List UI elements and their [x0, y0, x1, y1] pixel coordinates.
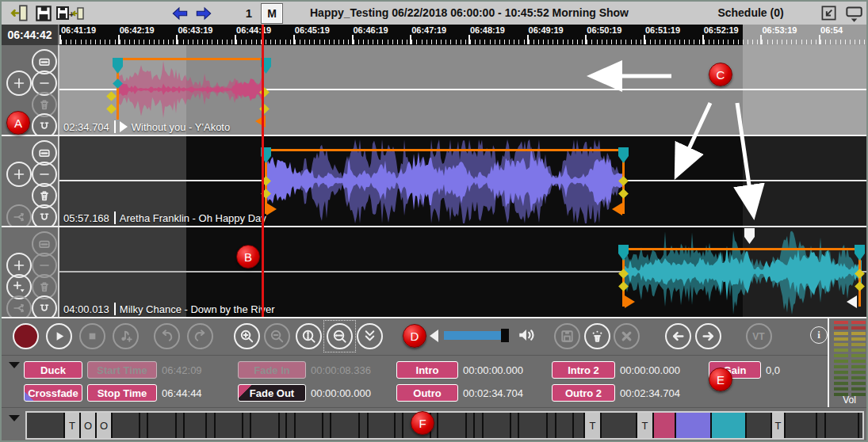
schedule-cell[interactable]: [747, 413, 770, 438]
info-icon[interactable]: i: [810, 326, 828, 344]
schedule-cell[interactable]: [519, 413, 546, 438]
schedule-cell[interactable]: [177, 413, 183, 438]
play-button[interactable]: [46, 323, 72, 349]
track-item-label[interactable]: 02:34.704Without you - Y'Akoto: [63, 120, 230, 133]
track-item-label[interactable]: 05:57.168Aretha Franklin - Oh Happy Day: [63, 211, 266, 224]
volume-handle[interactable]: [501, 329, 509, 342]
schedule-cell[interactable]: [826, 413, 858, 438]
panel-collapse-icon[interactable]: [9, 362, 20, 368]
schedule-cell-T[interactable]: T: [637, 413, 652, 438]
schedule-cell[interactable]: [369, 413, 394, 438]
restore-icon[interactable]: [818, 4, 839, 22]
volume-slider[interactable]: [444, 330, 514, 341]
schedule-cell[interactable]: [574, 413, 583, 438]
timeline-ruler[interactable]: 06:44:42 06:41:1906:42:1906:43:1906:44:1…: [2, 25, 866, 45]
schedule-cell[interactable]: [185, 413, 205, 438]
schedule-cell[interactable]: [323, 413, 330, 438]
item-end-marker[interactable]: [612, 203, 622, 215]
nav-forward-icon[interactable]: [193, 4, 214, 22]
exit-icon[interactable]: [10, 4, 30, 22]
gain-envelope-line[interactable]: [117, 58, 264, 60]
schedule-cell[interactable]: [113, 413, 139, 438]
intro-button[interactable]: Intro: [396, 361, 458, 379]
cancel-button[interactable]: [614, 323, 640, 349]
monitor-toggle-button[interactable]: M: [261, 3, 283, 24]
schedule-cell[interactable]: [602, 413, 636, 438]
item-end-marker[interactable]: [847, 295, 857, 308]
schedule-cell[interactable]: [511, 413, 518, 438]
schedule-cell[interactable]: [548, 413, 555, 438]
fade-in-button[interactable]: Fade In: [238, 361, 306, 379]
schedule-cell[interactable]: [148, 413, 175, 438]
track-item-label[interactable]: 04:00.013Milky Chance - Down by the Rive…: [63, 303, 275, 315]
schedule-cell[interactable]: [207, 413, 214, 438]
intro-2-button[interactable]: Intro 2: [552, 361, 615, 379]
schedule-toggle[interactable]: Schedule (0): [699, 2, 802, 25]
schedule-cell[interactable]: [396, 413, 402, 438]
voice-track-button[interactable]: VT: [746, 323, 772, 349]
schedule-cell[interactable]: [475, 413, 482, 438]
undo-button[interactable]: [154, 323, 180, 349]
fade-out-button[interactable]: Fade Out: [238, 384, 306, 402]
speaker-icon[interactable]: [517, 325, 537, 349]
schedule-cell[interactable]: [140, 413, 147, 438]
schedule-cell[interactable]: [438, 413, 465, 438]
save-item-button[interactable]: [554, 323, 580, 349]
split-button[interactable]: [6, 295, 32, 317]
schedule-cell[interactable]: [786, 413, 816, 438]
save-icon[interactable]: [33, 4, 54, 22]
volume-min-icon[interactable]: [430, 330, 438, 342]
split-button[interactable]: [6, 204, 32, 226]
zoom-vertical-button[interactable]: [296, 323, 322, 349]
gain-envelope-line[interactable]: [266, 149, 625, 151]
strip-collapse-icon[interactable]: [9, 415, 20, 421]
schedule-cell[interactable]: [251, 413, 278, 438]
item-start-marker[interactable]: [266, 203, 277, 215]
schedule-cell-O[interactable]: O: [97, 413, 111, 438]
schedule-cell-T[interactable]: T: [585, 413, 600, 438]
schedule-cell[interactable]: [484, 413, 510, 438]
prev-item-button[interactable]: [665, 323, 691, 349]
schedule-cell-T[interactable]: T: [772, 413, 784, 438]
schedule-cell-pink[interactable]: [654, 413, 675, 438]
expand-all-button[interactable]: [357, 323, 383, 349]
item-end-marker[interactable]: [255, 115, 266, 128]
schedule-cell[interactable]: [216, 413, 242, 438]
record-button[interactable]: [13, 323, 39, 349]
delete-schedule-button[interactable]: [584, 323, 610, 349]
item-start-marker[interactable]: [625, 295, 635, 308]
schedule-cell[interactable]: [556, 413, 572, 438]
outro-2-button[interactable]: Outro 2: [552, 384, 615, 402]
redo-button[interactable]: [187, 323, 213, 349]
nav-back-icon[interactable]: [170, 4, 190, 22]
start-time-button[interactable]: Start Time: [87, 361, 157, 379]
stop-button[interactable]: [79, 323, 105, 349]
loop-button[interactable]: [32, 113, 57, 135]
stop-time-button[interactable]: Stop Time: [87, 384, 157, 402]
schedule-cell[interactable]: [287, 413, 294, 438]
schedule-cell[interactable]: [817, 413, 824, 438]
save-exit-icon[interactable]: +: [55, 4, 86, 22]
schedule-cell[interactable]: [331, 413, 358, 438]
loop-button[interactable]: [32, 295, 57, 317]
schedule-cell-T[interactable]: T: [65, 413, 79, 438]
schedule-cell[interactable]: [243, 413, 250, 438]
zoom-in-button[interactable]: [234, 323, 260, 349]
schedule-cell-purple[interactable]: [676, 413, 710, 438]
plus-button[interactable]: [6, 162, 32, 187]
zoom-out-button[interactable]: [264, 323, 290, 349]
plus-button[interactable]: [6, 70, 32, 96]
gain-envelope-line[interactable]: [623, 248, 861, 250]
schedule-cell-teal[interactable]: [712, 413, 745, 438]
schedule-cell[interactable]: [859, 413, 862, 438]
schedule-cell[interactable]: [296, 413, 322, 438]
schedule-cell-O[interactable]: O: [81, 413, 95, 438]
outro-button[interactable]: Outro: [396, 384, 458, 402]
zoom-horizontal-button[interactable]: [327, 323, 353, 349]
display-dock-icon[interactable]: [843, 4, 864, 22]
crossfade-button[interactable]: Crossfade: [24, 384, 82, 402]
duck-button[interactable]: Duck: [24, 361, 82, 379]
schedule-cell[interactable]: [467, 413, 473, 438]
schedule-cell[interactable]: [27, 413, 63, 438]
loop-button[interactable]: [32, 204, 57, 226]
